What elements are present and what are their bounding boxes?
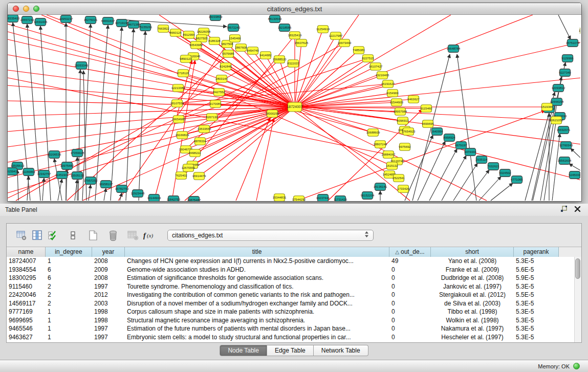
graph-node[interactable]: 7663822 [157,25,169,33]
row-height-icon[interactable] [67,229,80,242]
graph-node[interactable]: 17544292 [292,196,306,201]
float-panel-icon[interactable] [560,205,568,214]
cell-year[interactable]: 2003 [92,299,125,308]
column-header-out_de[interactable]: △out_de... [389,247,431,257]
graph-node[interactable]: 11842753 [167,196,181,201]
cell-title[interactable]: Genome-wide association studies in ADHD. [125,266,389,274]
graph-node[interactable]: 8660124 [169,29,182,37]
graph-node[interactable]: 18957984 [394,108,407,116]
graph-node[interactable]: 1519365 [541,103,553,111]
graph-node[interactable]: 19166829 [176,132,189,139]
table-row[interactable]: 2242004622012Investigating the contribut… [7,291,575,299]
graph-node[interactable]: 10144903 [147,194,161,201]
close-button[interactable] [13,6,19,12]
cell-title[interactable]: Disruption of a novel member of a sodium… [125,299,389,308]
graph-node[interactable]: 9227349 [559,69,571,77]
graph-node[interactable]: 9154969 [386,90,399,97]
cell-title[interactable]: Corpus callosum shape and size in male p… [125,308,389,316]
table-row[interactable]: 1830029562008Estimation of significance … [7,274,575,282]
graph-node[interactable]: 7625402 [175,172,187,180]
graph-node[interactable]: 9474444 [464,148,476,156]
graph-node[interactable]: 10237441 [316,194,330,201]
graph-node[interactable]: 2935114 [476,156,488,164]
cell-name[interactable]: 9699695 [7,316,46,325]
graph-node[interactable]: 7632621 [487,163,499,170]
graph-node[interactable]: 78572243 [227,24,241,32]
table-row[interactable]: 1938455462009Genome-wide association stu… [7,266,575,274]
graph-node[interactable]: 18325419 [288,32,302,39]
cell-year[interactable]: 1997 [92,333,125,342]
graph-node[interactable]: 11731426 [334,196,347,201]
cell-year[interactable]: 1997 [92,282,125,291]
cell-in_degree[interactable]: 6 [46,274,92,282]
cell-out_de[interactable]: 0 [389,308,431,316]
cell-in_degree[interactable]: 1 [46,316,92,325]
table-row[interactable]: 1872400712008Changes of HCN gene express… [7,257,575,266]
network-window[interactable]: citations_edges.txt 18335403205572433269… [7,3,582,202]
cell-name[interactable]: 9465546 [7,324,46,333]
cell-out_de[interactable]: 0 [389,333,431,342]
graph-node[interactable]: 16107427 [369,63,383,71]
table-row[interactable]: 977716911998Corpus callosum shape and si… [7,308,575,316]
graph-node[interactable]: 10621052 [550,117,563,124]
graph-node[interactable]: 8322037 [287,60,299,68]
vertical-scrollbar[interactable] [574,257,581,342]
graph-node[interactable]: 9699695 [422,120,434,128]
cell-in_degree[interactable]: 1 [46,333,92,342]
cell-short[interactable]: Jankovic et al. (1997) [431,282,514,291]
table-mode-icon[interactable] [15,229,28,242]
cell-year[interactable]: 1998 [92,308,125,316]
graph-node[interactable]: 12670991 [182,164,195,172]
cell-name[interactable]: 18724007 [7,257,46,266]
graph-node[interactable]: 10543982 [189,41,203,49]
cell-out_de[interactable]: 0 [389,291,431,299]
table-row[interactable]: 946362711997Embryonic stem cells: a mode… [7,333,575,342]
cell-name[interactable]: 9115460 [7,282,46,291]
cell-year[interactable]: 2008 [92,274,125,282]
graph-node[interactable]: 88130543 [268,15,282,23]
cell-in_degree[interactable]: 1 [46,324,92,333]
graph-node[interactable]: 1640954 [431,128,443,136]
graph-node[interactable]: 19218586 [278,24,292,32]
graph-node[interactable]: 6679197 [455,142,467,149]
graph-node[interactable]: 8878334 [194,138,206,145]
graph-node[interactable]: 13505135 [71,172,84,180]
table-row[interactable]: 911546021997Tourette syndrome. Phenomeno… [7,282,575,291]
graph-node[interactable]: 20053346 [75,62,89,70]
cell-title[interactable]: Embryonic stem cells: a model to study s… [125,333,389,342]
graph-node[interactable]: 2803144 [215,75,228,83]
graph-node[interactable]: 11544903 [390,99,404,106]
graph-node[interactable]: 10953237 [59,15,73,23]
graph-node[interactable]: 8958924 [443,134,455,142]
graph-node[interactable]: 16782759 [115,185,129,193]
tab-network-table[interactable]: Network Table [314,345,368,356]
graph-node[interactable]: 8096913 [397,117,409,125]
graph-node[interactable]: 11548812 [579,27,580,35]
graph-node[interactable]: 2718126 [177,70,189,77]
cell-short[interactable]: Wolkin et al. (1998) [431,316,514,325]
graph-node[interactable]: 16191627 [381,80,395,88]
cell-out_de[interactable]: 0 [389,282,431,291]
graph-node[interactable]: 11451901 [55,171,69,179]
graph-node[interactable]: 10973493 [338,39,352,47]
network-window-titlebar[interactable]: citations_edges.txt [8,3,581,15]
graph-node[interactable]: 15637625 [295,39,309,47]
graph-node[interactable]: 18300295 [266,110,279,118]
cell-pagerank[interactable]: 5.9E-5 [514,274,559,282]
cell-out_de[interactable]: 0 [389,274,431,282]
graph-node[interactable]: 29884067 [382,151,396,159]
graph-node[interactable]: 15688520 [273,56,287,63]
cell-name[interactable]: 9777169 [7,308,46,316]
cell-title[interactable]: Tourette syndrome. Phenomenology and cla… [125,282,389,291]
cell-pagerank[interactable]: 5.6E-5 [514,266,559,274]
graph-hub-node[interactable]: 18724007 [287,102,302,112]
network-canvas[interactable]: 1833540320557243326914061095323715276021… [8,15,580,201]
table-row[interactable]: 1456911722003Disruption of a novel membe… [7,299,575,308]
graph-node[interactable]: 12217987 [329,32,343,40]
column-header-short[interactable]: short [431,247,514,257]
graph-node[interactable]: 8912954 [183,31,195,39]
cell-name[interactable]: 9463627 [7,333,46,342]
graph-node[interactable]: 7485083 [353,47,365,54]
graph-node[interactable]: 18107554 [170,100,184,107]
table-row[interactable]: 969969511998Structural magnetic resonanc… [7,316,575,325]
